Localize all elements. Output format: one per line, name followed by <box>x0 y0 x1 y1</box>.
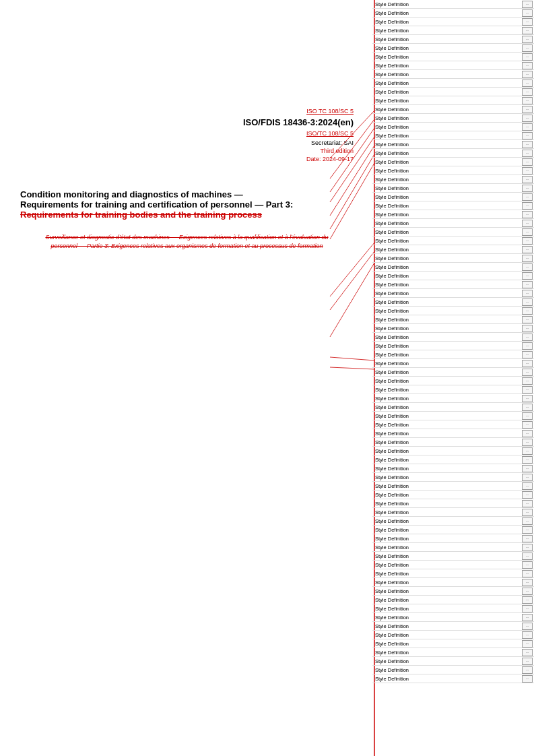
style-definition-button[interactable]: ··· <box>522 649 533 656</box>
style-definition-button[interactable]: ··· <box>522 395 533 402</box>
style-definition-row[interactable]: Style Definition··· <box>372 193 534 201</box>
style-definition-row[interactable]: Style Definition··· <box>372 350 534 359</box>
style-definition-button[interactable]: ··· <box>522 202 533 210</box>
style-definition-row[interactable]: Style Definition··· <box>372 158 534 166</box>
style-definition-button[interactable]: ··· <box>522 535 533 542</box>
style-definition-row[interactable]: Style Definition··· <box>372 394 534 403</box>
style-definition-row[interactable]: Style Definition··· <box>372 245 534 254</box>
style-definition-row[interactable]: Style Definition··· <box>372 447 534 455</box>
style-definition-button[interactable]: ··· <box>522 193 533 201</box>
style-definition-row[interactable]: Style Definition··· <box>372 88 534 96</box>
style-definition-row[interactable]: Style Definition··· <box>372 44 534 53</box>
style-definition-button[interactable]: ··· <box>522 553 533 560</box>
style-definition-button[interactable]: ··· <box>522 421 533 429</box>
style-definition-button[interactable]: ··· <box>522 211 533 218</box>
style-definition-button[interactable]: ··· <box>522 325 533 332</box>
style-definition-button[interactable]: ··· <box>522 80 533 87</box>
style-definition-button[interactable]: ··· <box>522 290 533 297</box>
style-definition-button[interactable]: ··· <box>522 509 533 516</box>
style-definition-button[interactable]: ··· <box>522 579 533 586</box>
style-definition-row[interactable]: Style Definition··· <box>372 26 534 35</box>
style-definition-row[interactable]: Style Definition··· <box>372 184 534 193</box>
style-definition-row[interactable]: Style Definition··· <box>372 552 534 561</box>
style-definition-row[interactable]: Style Definition··· <box>372 61 534 70</box>
style-definition-row[interactable]: Style Definition··· <box>372 631 534 639</box>
style-definition-row[interactable]: Style Definition··· <box>372 368 534 377</box>
style-definition-button[interactable]: ··· <box>522 62 533 69</box>
style-definition-row[interactable]: Style Definition··· <box>372 526 534 534</box>
style-definition-row[interactable]: Style Definition··· <box>372 210 534 219</box>
style-definition-row[interactable]: Style Definition··· <box>372 482 534 491</box>
style-definition-row[interactable]: Style Definition··· <box>372 534 534 543</box>
style-definition-row[interactable]: Style Definition··· <box>372 333 534 342</box>
style-definition-row[interactable]: Style Definition··· <box>372 219 534 228</box>
style-definition-row[interactable]: Style Definition··· <box>372 587 534 596</box>
style-definition-button[interactable]: ··· <box>522 342 533 350</box>
style-definition-row[interactable]: Style Definition··· <box>372 53 534 61</box>
style-definition-button[interactable]: ··· <box>522 237 533 245</box>
style-definition-row[interactable]: Style Definition··· <box>372 543 534 552</box>
style-definition-button[interactable]: ··· <box>522 386 533 393</box>
style-definition-row[interactable]: Style Definition··· <box>372 79 534 88</box>
style-definition-button[interactable]: ··· <box>522 298 533 306</box>
style-definition-button[interactable]: ··· <box>522 97 533 104</box>
style-definition-row[interactable]: Style Definition··· <box>372 499 534 508</box>
style-definition-button[interactable]: ··· <box>522 246 533 253</box>
style-definition-button[interactable]: ··· <box>522 9 533 17</box>
style-definition-row[interactable]: Style Definition··· <box>372 149 534 158</box>
style-definition-button[interactable]: ··· <box>522 176 533 183</box>
style-definition-row[interactable]: Style Definition··· <box>372 377 534 385</box>
style-definition-button[interactable]: ··· <box>522 255 533 262</box>
style-definition-button[interactable]: ··· <box>522 88 533 96</box>
style-definition-button[interactable]: ··· <box>522 141 533 148</box>
style-definition-button[interactable]: ··· <box>522 570 533 577</box>
style-definition-row[interactable]: Style Definition··· <box>372 228 534 237</box>
style-definition-button[interactable]: ··· <box>522 360 533 367</box>
style-definition-button[interactable]: ··· <box>522 474 533 481</box>
style-definition-button[interactable]: ··· <box>522 658 533 665</box>
style-definition-button[interactable]: ··· <box>522 369 533 376</box>
style-definition-row[interactable]: Style Definition··· <box>372 491 534 499</box>
style-definition-button[interactable]: ··· <box>522 53 533 61</box>
style-definition-button[interactable]: ··· <box>522 377 533 385</box>
style-definition-button[interactable]: ··· <box>522 666 533 674</box>
style-definition-button[interactable]: ··· <box>522 272 533 280</box>
style-definition-button[interactable]: ··· <box>522 228 533 236</box>
style-definition-row[interactable]: Style Definition··· <box>372 18 534 26</box>
style-definition-button[interactable]: ··· <box>522 150 533 157</box>
style-definition-button[interactable]: ··· <box>522 430 533 437</box>
style-definition-row[interactable]: Style Definition··· <box>372 298 534 307</box>
style-definition-button[interactable]: ··· <box>522 220 533 227</box>
style-definition-button[interactable]: ··· <box>522 596 533 604</box>
style-definition-row[interactable]: Style Definition··· <box>372 657 534 666</box>
style-definition-button[interactable]: ··· <box>522 491 533 499</box>
style-definition-row[interactable]: Style Definition··· <box>372 604 534 613</box>
style-definition-button[interactable]: ··· <box>522 412 533 420</box>
style-definition-row[interactable]: Style Definition··· <box>372 569 534 578</box>
style-definition-row[interactable]: Style Definition··· <box>372 622 534 631</box>
style-definition-button[interactable]: ··· <box>522 115 533 122</box>
style-definition-row[interactable]: Style Definition··· <box>372 508 534 517</box>
style-definition-row[interactable]: Style Definition··· <box>372 105 534 114</box>
style-definition-row[interactable]: Style Definition··· <box>372 473 534 482</box>
style-definition-button[interactable]: ··· <box>522 447 533 455</box>
style-definition-row[interactable]: Style Definition··· <box>372 9 534 18</box>
style-definition-button[interactable]: ··· <box>522 106 533 113</box>
style-definition-row[interactable]: Style Definition··· <box>372 307 534 315</box>
style-definition-row[interactable]: Style Definition··· <box>372 272 534 280</box>
style-definition-row[interactable]: Style Definition··· <box>372 403 534 412</box>
style-definition-button[interactable]: ··· <box>522 631 533 639</box>
style-definition-row[interactable]: Style Definition··· <box>372 114 534 123</box>
style-definition-row[interactable]: Style Definition··· <box>372 385 534 394</box>
style-definition-row[interactable]: Style Definition··· <box>372 420 534 429</box>
style-definition-button[interactable]: ··· <box>522 588 533 595</box>
style-definition-button[interactable]: ··· <box>522 500 533 507</box>
style-definition-button[interactable]: ··· <box>522 316 533 323</box>
style-definition-button[interactable]: ··· <box>522 36 533 43</box>
style-definition-row[interactable]: Style Definition··· <box>372 412 534 420</box>
style-definition-button[interactable]: ··· <box>522 132 533 139</box>
style-definition-row[interactable]: Style Definition··· <box>372 578 534 587</box>
style-definition-row[interactable]: Style Definition··· <box>372 315 534 324</box>
style-definition-row[interactable]: Style Definition··· <box>372 70 534 79</box>
style-definition-row[interactable]: Style Definition··· <box>372 123 534 131</box>
